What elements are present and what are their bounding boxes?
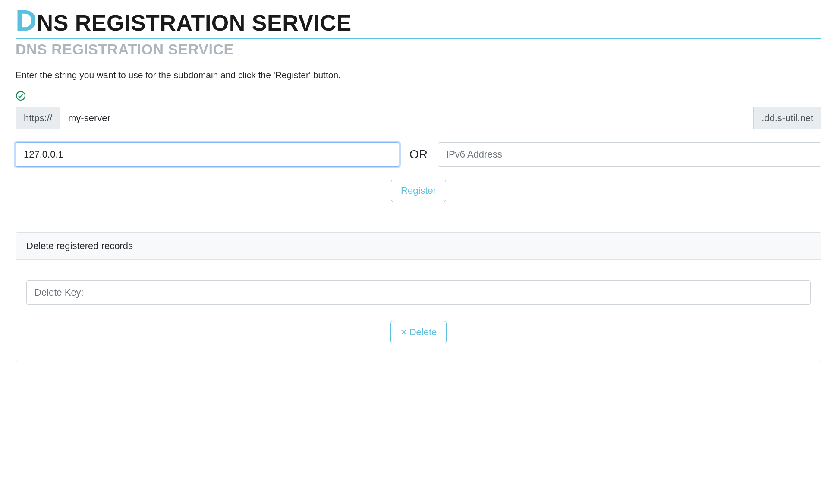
address-row: OR [16, 142, 821, 167]
close-icon: ✕ [400, 328, 407, 336]
delete-btn-row: ✕ Delete [26, 321, 811, 343]
delete-button[interactable]: ✕ Delete [390, 321, 447, 343]
domain-suffix: .dd.s-util.net [754, 107, 821, 129]
check-circle-icon [16, 91, 821, 103]
delete-card: Delete registered records ✕ Delete [16, 232, 821, 361]
title-first-letter: D [16, 9, 37, 32]
protocol-prefix: https:// [16, 107, 60, 129]
delete-card-body: ✕ Delete [16, 260, 821, 361]
delete-card-header: Delete registered records [16, 233, 821, 260]
or-label: OR [406, 148, 431, 161]
register-button[interactable]: Register [391, 180, 446, 202]
title-rest: NS REGISTRATION SERVICE [37, 10, 352, 35]
instructions-text: Enter the string you want to use for the… [16, 70, 821, 80]
ipv4-input[interactable] [16, 142, 399, 167]
page-title: DNS REGISTRATION SERVICE [16, 9, 821, 36]
page-subtitle: DNS REGISTRATION SERVICE [16, 41, 821, 58]
title-divider [16, 38, 821, 39]
subdomain-input[interactable] [60, 107, 754, 129]
register-button-label: Register [401, 185, 436, 196]
register-row: Register [16, 180, 821, 202]
subdomain-group: https:// .dd.s-util.net [16, 107, 821, 129]
ipv6-input[interactable] [438, 142, 821, 167]
delete-button-label: Delete [409, 327, 437, 338]
svg-point-0 [16, 91, 25, 100]
delete-key-input[interactable] [26, 280, 811, 305]
